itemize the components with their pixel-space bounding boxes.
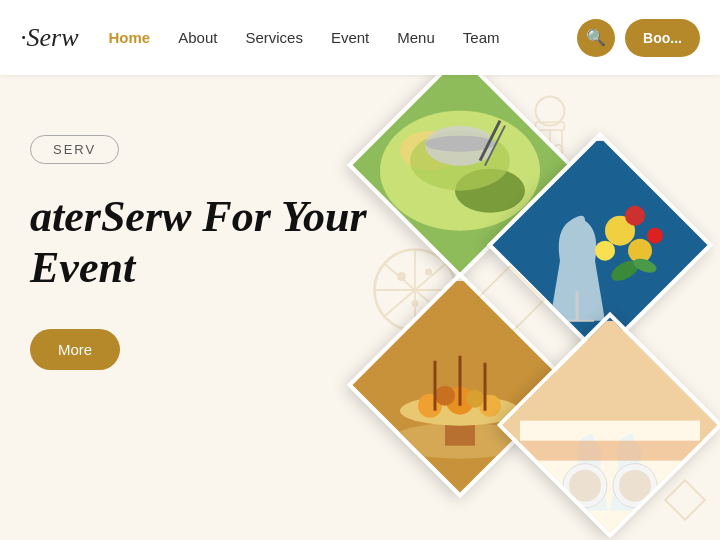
hero-title-line1: aterSerw For Your <box>30 192 367 241</box>
book-button[interactable]: Boo... <box>625 19 700 57</box>
image-collage <box>320 75 720 540</box>
svg-rect-46 <box>520 421 700 538</box>
svg-rect-51 <box>500 441 720 461</box>
nav-about[interactable]: About <box>178 29 217 46</box>
search-button[interactable]: 🔍 <box>577 19 615 57</box>
svg-point-50 <box>619 470 651 502</box>
svg-point-40 <box>435 386 455 406</box>
header: ·Serw Home About Services Event Menu Tea… <box>0 0 720 75</box>
nav-services[interactable]: Services <box>245 29 303 46</box>
svg-point-48 <box>569 470 601 502</box>
serv-badge: SERV <box>30 135 119 164</box>
hero-title: aterSerw For Your Event <box>30 192 367 293</box>
deco-square-2 <box>664 479 706 521</box>
nav-home[interactable]: Home <box>109 29 151 46</box>
hero-section: SERV aterSerw For Your Event More <box>0 75 720 540</box>
hero-text-block: SERV aterSerw For Your Event More <box>30 135 367 370</box>
svg-point-30 <box>647 228 663 244</box>
svg-point-29 <box>625 206 645 226</box>
nav-team[interactable]: Team <box>463 29 500 46</box>
hero-title-line2: Event <box>30 243 135 292</box>
svg-point-28 <box>595 241 615 261</box>
main-nav: Home About Services Event Menu Team <box>109 29 578 46</box>
nav-event[interactable]: Event <box>331 29 369 46</box>
nav-menu[interactable]: Menu <box>397 29 435 46</box>
svg-point-41 <box>466 390 484 408</box>
header-actions: 🔍 Boo... <box>577 19 700 57</box>
logo: ·Serw <box>20 23 79 53</box>
more-button[interactable]: More <box>30 329 120 370</box>
search-icon: 🔍 <box>586 28 606 47</box>
